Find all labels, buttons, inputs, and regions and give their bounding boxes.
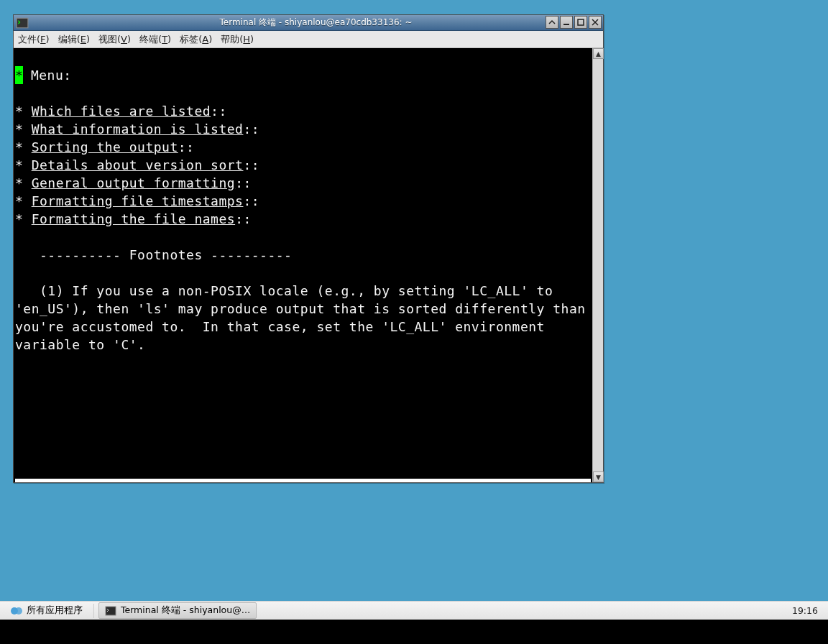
window-controls	[546, 16, 602, 29]
menu-header: Menu:	[23, 68, 72, 83]
footnotes-separator: ---------- Footnotes ----------	[15, 247, 292, 262]
info-link[interactable]: Sorting the output	[32, 139, 178, 155]
menu-tabs[interactable]: 标签(A)	[180, 33, 212, 46]
info-link[interactable]: What information is listed	[32, 121, 244, 137]
menu-help[interactable]: 帮助(H)	[221, 33, 254, 46]
footnote-text: (1) If you use a non-POSIX locale (e.g.,…	[15, 283, 553, 298]
bottom-strip	[0, 620, 828, 644]
taskbar-panel: 所有应用程序 Terminal 终端 - shiyanlou@… 19:16	[0, 601, 828, 620]
terminal-content[interactable]: * Menu: * Which files are listed:: * Wha…	[14, 48, 592, 482]
clock[interactable]: 19:16	[792, 605, 828, 616]
info-link[interactable]: Formatting file timestamps	[32, 193, 244, 208]
info-link[interactable]: Details about version sort	[32, 157, 244, 172]
info-status-line: -----Info: (coreutils.info.gz)ls invocat…	[15, 479, 591, 482]
svg-rect-0	[17, 18, 28, 28]
menubar: 文件(F) 编辑(E) 视图(V) 终端(T) 标签(A) 帮助(H)	[14, 31, 603, 48]
apps-icon	[11, 605, 22, 617]
menu-terminal[interactable]: 终端(T)	[139, 33, 171, 46]
window-title: Terminal 终端 - shiyanlou@ea70cdb33136: ~	[29, 17, 603, 29]
footnote-text: you're accustomed to. In that case, set …	[15, 319, 545, 334]
shade-button[interactable]	[546, 16, 558, 29]
svg-point-4	[15, 607, 22, 615]
menu-file[interactable]: 文件(F)	[18, 33, 50, 46]
applications-menu-button[interactable]: 所有应用程序	[4, 602, 89, 619]
footnote-text: 'en_US'), then 'ls' may produce output t…	[15, 301, 586, 316]
svg-rect-5	[106, 607, 116, 615]
panel-separator	[93, 604, 94, 618]
minimize-button[interactable]	[560, 16, 573, 29]
taskbar-item-terminal[interactable]: Terminal 终端 - shiyanlou@…	[98, 602, 257, 619]
taskbar-item-label: Terminal 终端 - shiyanlou@…	[121, 604, 250, 617]
maximize-button[interactable]	[574, 16, 587, 29]
svg-rect-2	[578, 19, 584, 25]
terminal-window: Terminal 终端 - shiyanlou@ea70cdb33136: ~ …	[13, 14, 604, 483]
terminal-icon	[105, 605, 116, 617]
info-link[interactable]: Formatting the file names	[32, 211, 235, 226]
menu-view[interactable]: 视图(V)	[98, 33, 131, 46]
app-icon	[16, 17, 29, 29]
scroll-up-icon[interactable]: ▲	[593, 48, 604, 59]
applications-label: 所有应用程序	[27, 604, 83, 617]
info-link[interactable]: Which files are listed	[32, 104, 211, 119]
scroll-down-icon[interactable]: ▼	[593, 472, 604, 482]
cursor: *	[15, 66, 23, 84]
close-button[interactable]	[589, 16, 602, 29]
footnote-text: variable to 'C'.	[15, 337, 145, 352]
info-link[interactable]: General output formatting	[32, 175, 235, 190]
svg-rect-1	[564, 24, 569, 25]
terminal-area: * Menu: * Which files are listed:: * Wha…	[14, 48, 603, 482]
menu-edit[interactable]: 编辑(E)	[58, 33, 90, 46]
titlebar[interactable]: Terminal 终端 - shiyanlou@ea70cdb33136: ~	[14, 15, 603, 31]
terminal-scrollbar[interactable]: ▲ ▼	[592, 48, 603, 482]
